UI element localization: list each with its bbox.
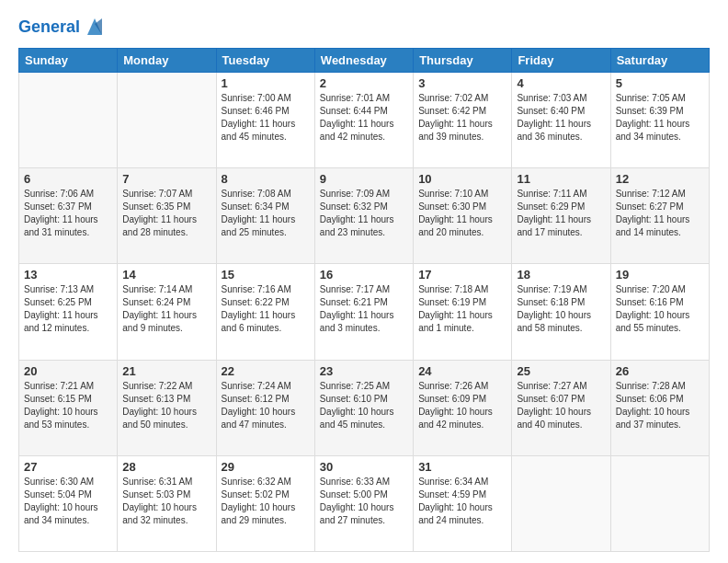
- day-number: 5: [616, 76, 704, 90]
- day-info: Sunrise: 7:11 AM Sunset: 6:29 PM Dayligh…: [517, 188, 605, 239]
- logo-general: General: [18, 17, 80, 36]
- day-number: 2: [320, 76, 408, 90]
- table-row: 22Sunrise: 7:24 AM Sunset: 6:12 PM Dayli…: [216, 360, 314, 455]
- logo: General: [18, 15, 108, 40]
- calendar-header-row: Sunday Monday Tuesday Wednesday Thursday…: [19, 49, 710, 73]
- table-row: 26Sunrise: 7:28 AM Sunset: 6:06 PM Dayli…: [610, 360, 709, 455]
- day-number: 9: [320, 172, 408, 186]
- day-info: Sunrise: 7:27 AM Sunset: 6:07 PM Dayligh…: [517, 380, 605, 431]
- day-info: Sunrise: 6:34 AM Sunset: 4:59 PM Dayligh…: [418, 476, 506, 527]
- table-row: 7Sunrise: 7:07 AM Sunset: 6:35 PM Daylig…: [118, 168, 216, 264]
- table-row: 3Sunrise: 7:02 AM Sunset: 6:42 PM Daylig…: [414, 73, 512, 168]
- day-info: Sunrise: 7:25 AM Sunset: 6:10 PM Dayligh…: [320, 380, 408, 431]
- table-row: 20Sunrise: 7:21 AM Sunset: 6:15 PM Dayli…: [19, 360, 118, 455]
- day-info: Sunrise: 7:13 AM Sunset: 6:25 PM Dayligh…: [24, 283, 112, 335]
- day-info: Sunrise: 7:05 AM Sunset: 6:39 PM Dayligh…: [616, 92, 704, 144]
- table-row: 6Sunrise: 7:06 AM Sunset: 6:37 PM Daylig…: [19, 168, 118, 264]
- day-info: Sunrise: 7:17 AM Sunset: 6:21 PM Dayligh…: [320, 283, 408, 335]
- table-row: 5Sunrise: 7:05 AM Sunset: 6:39 PM Daylig…: [610, 73, 709, 168]
- day-number: 21: [122, 364, 210, 378]
- day-number: 15: [222, 268, 310, 282]
- table-row: 18Sunrise: 7:19 AM Sunset: 6:18 PM Dayli…: [512, 264, 610, 360]
- table-row: 31Sunrise: 6:34 AM Sunset: 4:59 PM Dayli…: [414, 455, 512, 551]
- day-info: Sunrise: 7:21 AM Sunset: 6:15 PM Dayligh…: [24, 380, 112, 431]
- day-number: 30: [320, 460, 408, 474]
- day-info: Sunrise: 6:32 AM Sunset: 5:02 PM Dayligh…: [222, 476, 310, 527]
- col-thursday: Thursday: [414, 49, 512, 73]
- day-info: Sunrise: 7:28 AM Sunset: 6:06 PM Dayligh…: [616, 380, 704, 431]
- day-number: 16: [320, 268, 408, 282]
- calendar-week-row: 27Sunrise: 6:30 AM Sunset: 5:04 PM Dayli…: [19, 455, 710, 551]
- day-number: 8: [222, 172, 310, 186]
- day-info: Sunrise: 6:30 AM Sunset: 5:04 PM Dayligh…: [24, 476, 112, 527]
- table-row: 13Sunrise: 7:13 AM Sunset: 6:25 PM Dayli…: [19, 264, 118, 360]
- day-number: 20: [24, 364, 112, 378]
- day-number: 28: [122, 460, 210, 474]
- day-number: 11: [517, 172, 605, 186]
- logo-icon: [82, 15, 108, 40]
- table-row: [118, 73, 216, 168]
- day-number: 27: [24, 460, 112, 474]
- day-info: Sunrise: 7:20 AM Sunset: 6:16 PM Dayligh…: [616, 283, 704, 335]
- day-info: Sunrise: 7:01 AM Sunset: 6:44 PM Dayligh…: [320, 92, 408, 144]
- day-info: Sunrise: 7:07 AM Sunset: 6:35 PM Dayligh…: [122, 188, 210, 239]
- table-row: 9Sunrise: 7:09 AM Sunset: 6:32 PM Daylig…: [314, 168, 413, 264]
- day-number: 3: [418, 76, 506, 90]
- table-row: 23Sunrise: 7:25 AM Sunset: 6:10 PM Dayli…: [314, 360, 413, 455]
- day-number: 12: [616, 172, 704, 186]
- table-row: 21Sunrise: 7:22 AM Sunset: 6:13 PM Dayli…: [118, 360, 216, 455]
- day-number: 18: [517, 268, 605, 282]
- table-row: 19Sunrise: 7:20 AM Sunset: 6:16 PM Dayli…: [610, 264, 709, 360]
- page: General Sunday Monday Tu: [0, 0, 728, 563]
- day-number: 26: [616, 364, 704, 378]
- table-row: 1Sunrise: 7:00 AM Sunset: 6:46 PM Daylig…: [216, 73, 314, 168]
- table-row: 11Sunrise: 7:11 AM Sunset: 6:29 PM Dayli…: [512, 168, 610, 264]
- day-number: 17: [418, 268, 506, 282]
- col-monday: Monday: [118, 49, 216, 73]
- day-info: Sunrise: 7:02 AM Sunset: 6:42 PM Dayligh…: [418, 92, 506, 144]
- day-number: 23: [320, 364, 408, 378]
- day-info: Sunrise: 6:33 AM Sunset: 5:00 PM Dayligh…: [320, 476, 408, 527]
- col-wednesday: Wednesday: [314, 49, 413, 73]
- day-info: Sunrise: 6:31 AM Sunset: 5:03 PM Dayligh…: [122, 476, 210, 527]
- table-row: 10Sunrise: 7:10 AM Sunset: 6:30 PM Dayli…: [414, 168, 512, 264]
- day-number: 25: [517, 364, 605, 378]
- col-saturday: Saturday: [610, 49, 709, 73]
- day-info: Sunrise: 7:06 AM Sunset: 6:37 PM Dayligh…: [24, 188, 112, 239]
- day-number: 1: [222, 76, 310, 90]
- day-number: 24: [418, 364, 506, 378]
- day-info: Sunrise: 7:09 AM Sunset: 6:32 PM Dayligh…: [320, 188, 408, 239]
- calendar-week-row: 20Sunrise: 7:21 AM Sunset: 6:15 PM Dayli…: [19, 360, 710, 455]
- day-info: Sunrise: 7:26 AM Sunset: 6:09 PM Dayligh…: [418, 380, 506, 431]
- table-row: 14Sunrise: 7:14 AM Sunset: 6:24 PM Dayli…: [118, 264, 216, 360]
- day-number: 4: [517, 76, 605, 90]
- table-row: 8Sunrise: 7:08 AM Sunset: 6:34 PM Daylig…: [216, 168, 314, 264]
- col-tuesday: Tuesday: [216, 49, 314, 73]
- day-number: 6: [24, 172, 112, 186]
- day-info: Sunrise: 7:24 AM Sunset: 6:12 PM Dayligh…: [222, 380, 310, 431]
- table-row: 30Sunrise: 6:33 AM Sunset: 5:00 PM Dayli…: [314, 455, 413, 551]
- day-number: 22: [222, 364, 310, 378]
- calendar-week-row: 6Sunrise: 7:06 AM Sunset: 6:37 PM Daylig…: [19, 168, 710, 264]
- table-row: 28Sunrise: 6:31 AM Sunset: 5:03 PM Dayli…: [118, 455, 216, 551]
- day-number: 10: [418, 172, 506, 186]
- table-row: 25Sunrise: 7:27 AM Sunset: 6:07 PM Dayli…: [512, 360, 610, 455]
- col-sunday: Sunday: [19, 49, 118, 73]
- table-row: [512, 455, 610, 551]
- day-info: Sunrise: 7:22 AM Sunset: 6:13 PM Dayligh…: [122, 380, 210, 431]
- day-info: Sunrise: 7:19 AM Sunset: 6:18 PM Dayligh…: [517, 283, 605, 335]
- day-number: 19: [616, 268, 704, 282]
- day-number: 13: [24, 268, 112, 282]
- calendar-week-row: 1Sunrise: 7:00 AM Sunset: 6:46 PM Daylig…: [19, 73, 710, 168]
- table-row: 17Sunrise: 7:18 AM Sunset: 6:19 PM Dayli…: [414, 264, 512, 360]
- day-number: 14: [122, 268, 210, 282]
- calendar-table: Sunday Monday Tuesday Wednesday Thursday…: [18, 48, 710, 552]
- table-row: 4Sunrise: 7:03 AM Sunset: 6:40 PM Daylig…: [512, 73, 610, 168]
- header: General: [18, 15, 710, 40]
- table-row: 29Sunrise: 6:32 AM Sunset: 5:02 PM Dayli…: [216, 455, 314, 551]
- table-row: 27Sunrise: 6:30 AM Sunset: 5:04 PM Dayli…: [19, 455, 118, 551]
- day-info: Sunrise: 7:00 AM Sunset: 6:46 PM Dayligh…: [222, 92, 310, 144]
- table-row: 24Sunrise: 7:26 AM Sunset: 6:09 PM Dayli…: [414, 360, 512, 455]
- table-row: [610, 455, 709, 551]
- day-number: 29: [222, 460, 310, 474]
